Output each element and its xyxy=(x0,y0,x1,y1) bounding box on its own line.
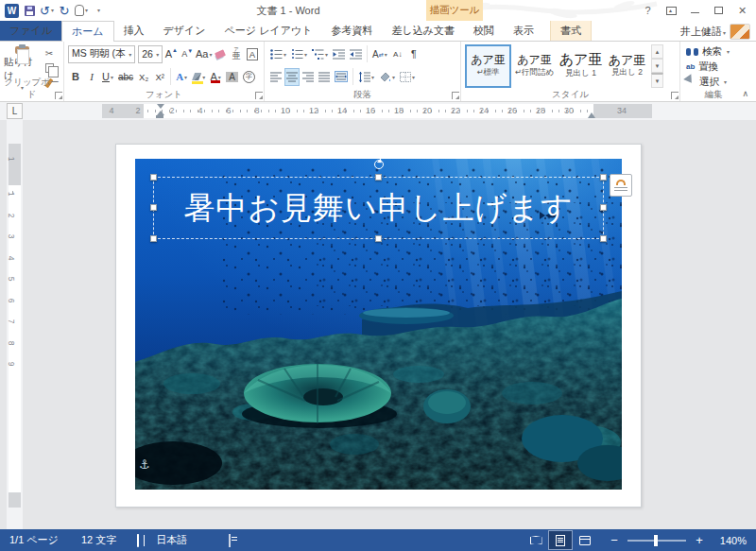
print-layout-button[interactable] xyxy=(549,531,572,549)
shading-button[interactable] xyxy=(377,68,397,86)
text-effects-button[interactable]: A xyxy=(174,68,189,86)
selection-handle-top-right[interactable] xyxy=(600,174,607,181)
ribbon-display-options-button[interactable] xyxy=(660,0,683,21)
vertical-ruler[interactable]: 1 1 2 3 4 5 6 7 8 9 xyxy=(7,120,23,529)
clear-formatting-button[interactable] xyxy=(213,45,228,63)
style-normal[interactable]: あア亜 ↵標準 xyxy=(465,44,511,88)
selection-handle-mid-right[interactable] xyxy=(600,204,607,211)
cut-button[interactable]: ✂ xyxy=(42,46,57,60)
language-indicator[interactable]: 日本語 xyxy=(156,533,187,547)
minimize-button[interactable] xyxy=(683,0,707,21)
character-shading-button[interactable]: A xyxy=(224,68,240,86)
align-right-button[interactable] xyxy=(301,68,316,86)
styles-scroll-up-button[interactable]: ▲ xyxy=(651,44,663,59)
replace-button[interactable]: ab置換 xyxy=(684,60,743,74)
touch-mode-button[interactable] xyxy=(75,2,88,19)
multilevel-list-button[interactable] xyxy=(310,45,330,63)
greeting-textbox[interactable]: 暑中お見舞い申し上げます xyxy=(153,177,604,239)
tab-insert[interactable]: 挿入 xyxy=(114,21,154,41)
collapse-ribbon-button[interactable]: ∧ xyxy=(742,89,748,98)
select-button[interactable]: 選択 xyxy=(684,75,743,89)
selection-handle-bottom-left[interactable] xyxy=(150,235,157,242)
decrease-indent-button[interactable] xyxy=(331,45,347,63)
tab-review[interactable]: 校閲 xyxy=(464,21,504,41)
borders-button[interactable] xyxy=(398,68,417,86)
align-center-button[interactable] xyxy=(284,68,300,86)
account-area[interactable]: 井上健語 xyxy=(680,21,750,42)
enclose-characters-button[interactable]: 字 xyxy=(241,68,257,86)
selection-handle-bottom-center[interactable] xyxy=(375,235,382,242)
tab-format-drawing-tools[interactable]: 書式 xyxy=(550,21,592,41)
change-case-button[interactable]: Aa xyxy=(196,45,212,63)
macro-record-icon[interactable] xyxy=(229,535,231,546)
redo-button[interactable]: ↻ xyxy=(58,2,71,19)
zoom-in-button[interactable]: + xyxy=(692,533,707,547)
strikethrough-button[interactable]: abc xyxy=(116,68,135,86)
maximize-button[interactable] xyxy=(707,0,730,21)
character-border-button[interactable]: A xyxy=(245,45,260,63)
subscript-button[interactable]: X₂ xyxy=(136,68,151,86)
customize-qat-button[interactable] xyxy=(92,2,105,19)
help-button[interactable]: ? xyxy=(636,0,660,21)
tab-page-layout[interactable]: ページ レイアウト xyxy=(215,21,322,41)
styles-more-button[interactable]: ▼ xyxy=(651,73,663,88)
horizontal-ruler[interactable]: 4 2 2 4 6 8 10 12 14 16 18 20 22 24 26 2… xyxy=(23,102,756,120)
styles-scroll-down-button[interactable]: ▼ xyxy=(651,59,663,73)
numbering-button[interactable] xyxy=(289,45,309,63)
selection-handle-top-left[interactable] xyxy=(150,174,157,181)
zoom-slider-thumb[interactable] xyxy=(654,535,658,546)
highlight-color-button[interactable] xyxy=(190,68,207,86)
page-indicator[interactable]: 1/1 ページ xyxy=(9,533,59,547)
justify-button[interactable] xyxy=(317,68,332,86)
tab-stop-selector[interactable]: L xyxy=(7,103,23,119)
selection-handle-top-center[interactable] xyxy=(375,174,382,181)
undo-button[interactable]: ↺ xyxy=(40,2,54,19)
tab-design[interactable]: デザイン xyxy=(154,21,215,41)
proofing-status-icon[interactable] xyxy=(137,535,139,546)
selection-handle-bottom-right[interactable] xyxy=(600,235,607,242)
paragraph-dialog-launcher[interactable] xyxy=(452,92,459,99)
clipboard-dialog-launcher[interactable] xyxy=(55,92,62,99)
italic-button[interactable]: I xyxy=(84,68,99,86)
hanging-indent-marker[interactable] xyxy=(157,107,164,115)
styles-dialog-launcher[interactable] xyxy=(671,92,679,99)
bullets-button[interactable] xyxy=(268,45,288,63)
copy-button[interactable] xyxy=(42,61,57,75)
word-count[interactable]: 12 文字 xyxy=(81,533,116,547)
layout-options-button[interactable] xyxy=(610,174,632,197)
show-paragraph-marks-button[interactable]: ¶ xyxy=(406,45,421,63)
find-button[interactable]: 検索 xyxy=(684,44,743,59)
shrink-font-button[interactable]: A▼ xyxy=(180,45,195,63)
line-spacing-button[interactable] xyxy=(356,68,376,86)
style-no-spacing[interactable]: あア亜 ↵行間詰め xyxy=(511,44,558,88)
selection-handle-mid-left[interactable] xyxy=(150,204,157,211)
account-avatar[interactable] xyxy=(730,24,750,40)
close-button[interactable]: ✕ xyxy=(730,0,754,21)
font-name-combo[interactable]: MS 明朝 (本 xyxy=(68,45,135,63)
tab-mailings[interactable]: 差し込み文書 xyxy=(382,21,464,41)
tab-references[interactable]: 参考資料 xyxy=(321,21,382,41)
font-dialog-launcher[interactable] xyxy=(255,92,263,99)
tab-view[interactable]: 表示 xyxy=(504,21,543,41)
word-logo-icon[interactable]: W xyxy=(5,4,19,18)
underline-button[interactable]: U xyxy=(100,68,115,86)
superscript-button[interactable]: X² xyxy=(152,68,167,86)
style-heading2[interactable]: あア亜 見出し 2 xyxy=(604,44,650,88)
asian-layout-button[interactable]: A⇄ xyxy=(370,45,389,63)
zoom-out-button[interactable]: − xyxy=(607,533,622,547)
read-mode-button[interactable] xyxy=(524,531,547,549)
zoom-slider[interactable] xyxy=(627,540,686,542)
style-heading1[interactable]: あア亜 見出し 1 xyxy=(558,44,604,88)
zoom-level[interactable]: 140% xyxy=(716,535,747,546)
phonetic-guide-button[interactable]: ア亜 xyxy=(229,45,244,63)
save-button[interactable] xyxy=(23,2,36,19)
grow-font-button[interactable]: A▲ xyxy=(163,45,179,63)
increase-indent-button[interactable] xyxy=(348,45,364,63)
left-indent-marker[interactable] xyxy=(156,115,163,118)
font-size-combo[interactable]: 26 xyxy=(138,45,163,63)
distribute-button[interactable] xyxy=(333,68,350,86)
tab-file[interactable]: ファイル xyxy=(0,21,61,41)
align-left-button[interactable] xyxy=(268,68,284,86)
sort-button[interactable]: A↓ xyxy=(390,45,405,63)
right-indent-marker[interactable] xyxy=(588,109,595,118)
